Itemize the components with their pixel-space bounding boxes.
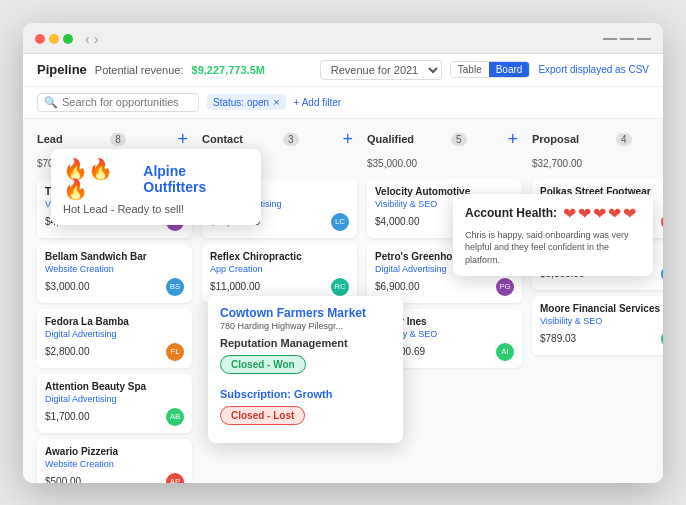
fire-icon: 🔥🔥🔥: [63, 159, 135, 199]
avatar: AB: [166, 408, 184, 426]
col-add-qualified[interactable]: +: [503, 129, 522, 150]
alpine-popup[interactable]: 🔥🔥🔥 Alpine Outfitters Hot Lead - Ready t…: [51, 149, 261, 225]
closed-lost-badge: Closed - Lost: [220, 406, 305, 425]
closed-won-badge: Closed - Won: [220, 355, 306, 374]
heart-1: ❤: [563, 204, 576, 223]
nav-back[interactable]: ‹: [85, 31, 90, 47]
status-filter-tag[interactable]: Status: open ×: [207, 94, 286, 110]
col-header-qualified: Qualified 5 +: [367, 129, 522, 150]
main-content: Pipeline Potential revenue: $9,227,773.5…: [23, 54, 663, 483]
avatar: LC: [331, 213, 349, 231]
card-moore[interactable]: Moore Financial Services Visibility & SE…: [532, 296, 663, 355]
avatar: AI: [496, 343, 514, 361]
cowtown-popup[interactable]: Cowtown Farmers Market 780 Harding Highw…: [208, 296, 403, 443]
col-count-contact: 3: [283, 133, 299, 146]
avatar: BS: [166, 278, 184, 296]
dot-yellow[interactable]: [49, 34, 59, 44]
search-input[interactable]: [62, 96, 192, 108]
col-title-proposal: Proposal: [532, 133, 579, 145]
col-header-contact: Contact 3 +: [202, 129, 357, 150]
alpine-subtitle: Hot Lead - Ready to sell!: [63, 203, 249, 215]
heart-3: ❤: [593, 204, 606, 223]
col-add-lead[interactable]: +: [173, 129, 192, 150]
dot-green[interactable]: [63, 34, 73, 44]
card-beauty-spa[interactable]: Attention Beauty Spa Digital Advertising…: [37, 374, 192, 433]
col-title-contact: Contact: [202, 133, 243, 145]
health-header: Account Health: ❤ ❤ ❤ ❤ ❤: [465, 204, 641, 223]
col-header-proposal: Proposal 4 +: [532, 129, 663, 150]
nav-forward[interactable]: ›: [94, 31, 99, 47]
board-view-btn[interactable]: Board: [489, 62, 530, 77]
card-reflex[interactable]: Reflex Chiropractic App Creation $11,000…: [202, 244, 357, 303]
top-bar-right: Revenue for 2021 Table Board Export disp…: [320, 60, 649, 80]
browser-menu[interactable]: [603, 38, 651, 40]
alpine-name: Alpine Outfitters: [143, 163, 249, 195]
avatar: MF: [661, 330, 663, 348]
add-filter-btn[interactable]: + Add filter: [294, 97, 342, 108]
view-toggle: Table Board: [450, 61, 531, 78]
export-csv-btn[interactable]: Export displayed as CSV: [538, 64, 649, 75]
col-count-lead: 8: [110, 133, 126, 146]
col-title-qualified: Qualified: [367, 133, 414, 145]
potential-revenue-value: $9,227,773.5M: [192, 64, 265, 76]
filter-tag-close-icon[interactable]: ×: [273, 96, 279, 108]
col-amount-proposal: $32,700.00: [532, 158, 663, 169]
search-icon: 🔍: [44, 96, 58, 109]
avatar: DA: [661, 265, 663, 283]
browser-nav: ‹ ›: [85, 31, 98, 47]
card-sandwich[interactable]: Bellam Sandwich Bar Website Creation $3,…: [37, 244, 192, 303]
avatar: AP: [166, 473, 184, 483]
col-count-qualified: 5: [451, 133, 467, 146]
card-labamba[interactable]: Fedora La Bamba Digital Advertising $2,8…: [37, 309, 192, 368]
browser-dots: [35, 34, 73, 44]
col-title-lead: Lead: [37, 133, 63, 145]
col-count-proposal: 4: [616, 133, 632, 146]
col-add-contact[interactable]: +: [338, 129, 357, 150]
card-pizzeria[interactable]: Awario Pizzeria Website Creation $500.00…: [37, 439, 192, 483]
health-text: Chris is happy, said onboarding was very…: [465, 229, 641, 267]
filter-tag-label: Status: open: [213, 97, 269, 108]
heart-5: ❤: [623, 204, 636, 223]
health-popup[interactable]: Account Health: ❤ ❤ ❤ ❤ ❤ Chris is happy…: [453, 194, 653, 277]
health-title: Account Health:: [465, 206, 557, 220]
browser-chrome: ‹ ›: [23, 23, 663, 54]
pipeline-title: Pipeline: [37, 62, 87, 77]
avatar: FL: [166, 343, 184, 361]
cowtown-title: Cowtown Farmers Market: [220, 306, 391, 320]
top-bar: Pipeline Potential revenue: $9,227,773.5…: [23, 54, 663, 87]
dot-red[interactable]: [35, 34, 45, 44]
potential-revenue-label: Potential revenue:: [95, 64, 184, 76]
cowtown-address: 780 Harding Highway Pilesgr...: [220, 321, 391, 331]
cowtown-service2: Subscription: Growth: [220, 388, 391, 400]
avatar: RC: [331, 278, 349, 296]
avatar: PG: [496, 278, 514, 296]
table-view-btn[interactable]: Table: [451, 62, 489, 77]
avatar: PF: [661, 213, 663, 231]
col-header-lead: Lead 8 +: [37, 129, 192, 150]
col-amount-qualified: $35,000.00: [367, 158, 522, 169]
search-box[interactable]: 🔍: [37, 93, 199, 112]
cowtown-service1: Reputation Management: [220, 337, 391, 349]
filter-bar: 🔍 Status: open × + Add filter: [23, 87, 663, 119]
heart-2: ❤: [578, 204, 591, 223]
kanban-col-proposal: Proposal 4 + $32,700.00 Polkas Street Fo…: [532, 129, 663, 473]
hearts-row: ❤ ❤ ❤ ❤ ❤: [563, 204, 636, 223]
revenue-year-select[interactable]: Revenue for 2021: [320, 60, 442, 80]
heart-4: ❤: [608, 204, 621, 223]
alpine-header: 🔥🔥🔥 Alpine Outfitters: [63, 159, 249, 199]
